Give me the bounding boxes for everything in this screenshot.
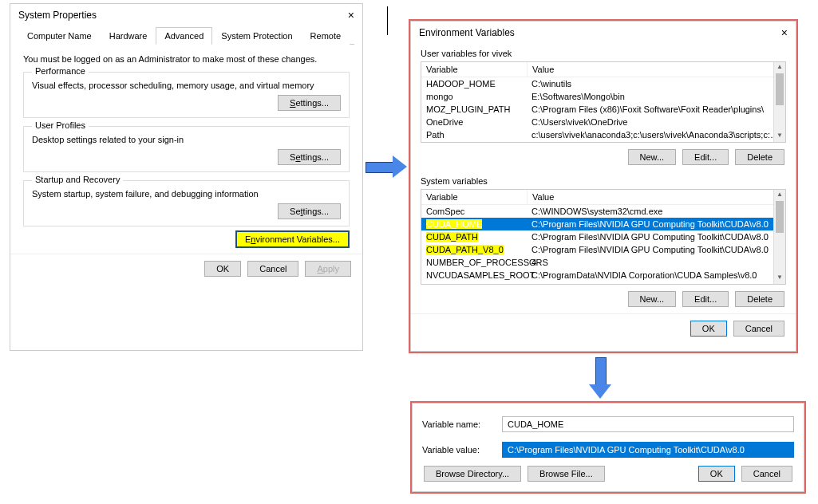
close-icon[interactable]: × — [348, 9, 354, 22]
delete-user-var-button[interactable]: Delete — [735, 149, 784, 165]
variable-value-row: Variable value: — [413, 437, 804, 463]
cancel-button[interactable]: Cancel — [733, 321, 784, 337]
variable-name-label: Variable name: — [422, 419, 494, 429]
ok-button[interactable]: OK — [204, 261, 241, 277]
arrow-down-icon — [589, 357, 611, 399]
scroll-up-icon[interactable]: ▲ — [774, 62, 785, 73]
new-user-var-button[interactable]: New... — [628, 149, 677, 165]
titlebar: Environment Variables × — [411, 22, 796, 44]
scroll-thumb[interactable] — [776, 73, 784, 105]
table-row[interactable]: CUDA_PATHC:\Program Files\NVIDIA GPU Com… — [421, 230, 785, 243]
system-properties-window: System Properties × Computer Name Hardwa… — [10, 3, 363, 351]
ok-button[interactable]: OK — [698, 466, 735, 482]
table-row[interactable]: MOZ_PLUGIN_PATHC:\Program Files (x86)\Fo… — [421, 103, 785, 116]
tab-computer-name[interactable]: Computer Name — [18, 27, 101, 45]
tab-remote[interactable]: Remote — [302, 27, 350, 45]
environment-variables-window: Environment Variables × User variables f… — [410, 21, 796, 352]
edit-sys-var-button[interactable]: Edit... — [682, 291, 729, 307]
cancel-button[interactable]: Cancel — [247, 261, 298, 277]
tab-advanced[interactable]: Advanced — [156, 27, 212, 45]
performance-desc: Visual effects, processor scheduling, me… — [32, 81, 341, 90]
list-header: Variable Value — [421, 190, 785, 205]
table-row[interactable]: mongoE:\Softwares\Mongo\bin — [421, 90, 785, 103]
apply-button[interactable]: Apply — [305, 261, 351, 277]
close-icon[interactable]: × — [781, 26, 788, 39]
edit-dialog-buttons: Browse Directory... Browse File... OK Ca… — [413, 463, 804, 488]
col-value[interactable]: Value — [528, 190, 785, 204]
performance-settings-button[interactable]: Settings... — [278, 95, 341, 111]
text-cursor — [387, 6, 388, 35]
variable-name-row: Variable name: — [413, 411, 804, 437]
list-header: Variable Value — [421, 62, 785, 77]
variable-name-input[interactable] — [502, 416, 794, 432]
window-title: System Properties — [18, 10, 97, 21]
intro-text: You must be logged on as an Administrato… — [23, 54, 350, 64]
titlebar: System Properties × — [10, 4, 362, 26]
col-value[interactable]: Value — [528, 62, 785, 77]
scroll-thumb[interactable] — [776, 201, 784, 233]
table-row[interactable]: Pathc:\users\vivek\anaconda3;c:\users\vi… — [421, 128, 785, 141]
scroll-down-icon[interactable]: ▼ — [774, 273, 785, 284]
table-row[interactable]: NUMBER_OF_PROCESSORS4 — [421, 256, 785, 269]
arrow-right-icon — [366, 156, 407, 178]
advanced-panel: You must be logged on as an Administrato… — [10, 45, 362, 254]
variable-value-label: Variable value: — [422, 445, 494, 455]
col-variable[interactable]: Variable — [421, 62, 528, 77]
sys-vars-list[interactable]: Variable Value ComSpecC:\WINDOWS\system3… — [421, 189, 786, 285]
dialog-buttons: OK Cancel — [411, 313, 796, 343]
edit-user-var-button[interactable]: Edit... — [682, 149, 729, 165]
tab-system-protection[interactable]: System Protection — [212, 27, 301, 45]
table-row[interactable]: HADOOP_HOMEC:\winutils — [421, 77, 785, 90]
group-title: Startup and Recovery — [32, 175, 123, 184]
scroll-up-icon[interactable]: ▲ — [774, 190, 785, 201]
cancel-button[interactable]: Cancel — [741, 466, 792, 482]
sys-vars-label: System variables — [411, 171, 796, 189]
browse-file-button[interactable]: Browse File... — [528, 466, 605, 482]
ok-button[interactable]: OK — [690, 321, 727, 337]
environment-variables-button[interactable]: Environment Variables... — [235, 230, 350, 248]
user-profiles-group: User Profiles Desktop settings related t… — [23, 126, 350, 172]
user-vars-buttons: New... Edit... Delete — [411, 143, 796, 171]
col-variable[interactable]: Variable — [421, 190, 528, 204]
startup-desc: System startup, system failure, and debu… — [32, 189, 341, 199]
tabs: Computer Name Hardware Advanced System P… — [18, 26, 354, 45]
edit-variable-window: Variable name: Variable value: Browse Di… — [412, 403, 804, 492]
user-vars-list[interactable]: Variable Value HADOOP_HOMEC:\winutilsmon… — [421, 61, 786, 143]
startup-settings-button[interactable]: Settings... — [278, 203, 341, 219]
scroll-down-icon[interactable]: ▼ — [774, 131, 785, 142]
browse-directory-button[interactable]: Browse Directory... — [424, 466, 521, 482]
table-row[interactable]: CUDA_PATH_V8_0C:\Program Files\NVIDIA GP… — [421, 243, 785, 256]
table-row[interactable]: PYSPARK_DRIVER_PYTHONJupyter — [421, 141, 785, 143]
scrollbar[interactable]: ▲ ▼ — [773, 62, 785, 142]
profiles-settings-button[interactable]: Settings... — [278, 149, 341, 165]
performance-group: Performance Visual effects, processor sc… — [23, 72, 350, 118]
table-row[interactable]: OneDriveC:\Users\vivek\OneDrive — [421, 116, 785, 128]
user-vars-label: User variables for vivek — [411, 44, 796, 61]
group-title: User Profiles — [32, 120, 89, 130]
sys-vars-buttons: New... Edit... Delete — [411, 285, 796, 313]
profiles-desc: Desktop settings related to your sign-in — [32, 135, 341, 144]
variable-value-input[interactable] — [502, 442, 794, 458]
group-title: Performance — [32, 66, 89, 76]
table-row[interactable]: NVCUDASAMPLES_ROOTC:\ProgramData\NVIDIA … — [421, 269, 785, 282]
delete-sys-var-button[interactable]: Delete — [735, 291, 784, 307]
tab-hardware[interactable]: Hardware — [101, 27, 156, 45]
startup-recovery-group: Startup and Recovery System startup, sys… — [23, 180, 350, 226]
scrollbar[interactable]: ▲ ▼ — [773, 190, 785, 284]
window-title: Environment Variables — [419, 27, 515, 38]
new-sys-var-button[interactable]: New... — [628, 291, 677, 307]
table-row[interactable]: CUDA_HOMEC:\Program Files\NVIDIA GPU Com… — [421, 218, 785, 230]
table-row[interactable]: ComSpecC:\WINDOWS\system32\cmd.exe — [421, 205, 785, 218]
dialog-buttons: OK Cancel Apply — [10, 254, 362, 283]
table-row[interactable]: NVCUDASAMPLES8_0_RO...C:\ProgramData\NVI… — [421, 282, 785, 285]
